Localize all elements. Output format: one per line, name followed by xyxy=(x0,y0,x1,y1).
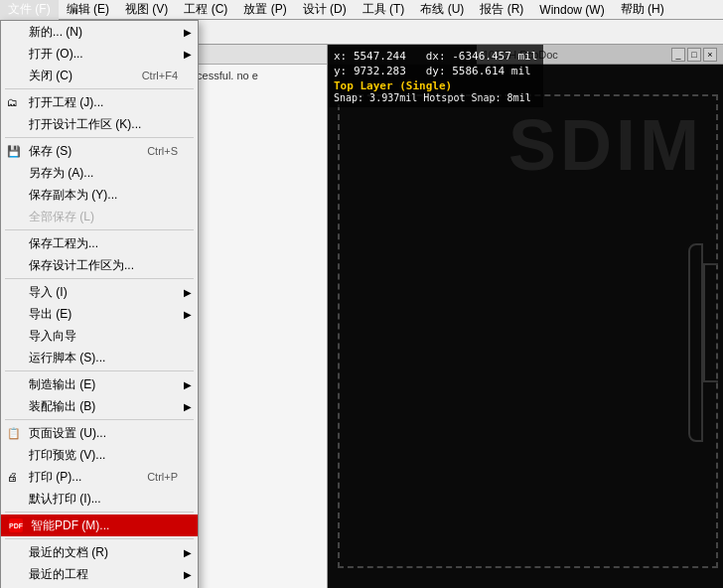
menu-sep6 xyxy=(5,419,194,420)
pcb-window-controls: _ □ × xyxy=(671,48,717,62)
menu-sep1 xyxy=(5,88,194,89)
menu-item-save-workspace[interactable]: 保存设计工作区为... xyxy=(1,254,198,276)
pcb-coord-y: y: 9732.283 dy: 5586.614 mil xyxy=(334,64,537,78)
pcb-info-overlay: x: 5547.244 dx: -6346.457 mil y: 9732.28… xyxy=(328,45,543,107)
menu-sep3 xyxy=(5,229,194,230)
menu-sep8 xyxy=(5,538,194,539)
page-setup-icon: 📋 xyxy=(7,427,21,440)
menu-route[interactable]: 布线 (U) xyxy=(412,0,472,20)
menu-item-run-script[interactable]: 运行脚本 (S)... xyxy=(1,347,198,368)
menu-item-export[interactable]: 导出 (E) ▶ xyxy=(1,303,198,325)
menu-item-import-wizard[interactable]: 导入向导 xyxy=(1,325,198,347)
submenu-arrow-new: ▶ xyxy=(184,27,192,38)
submenu-arrow-import: ▶ xyxy=(184,287,192,298)
shortcut-save: Ctrl+S xyxy=(147,145,178,157)
pcb-snap-label: Snap: 3.937mil Hotspot Snap: 8mil xyxy=(334,92,537,103)
pcb-minimize-btn[interactable]: _ xyxy=(671,48,685,62)
menu-item-save-as[interactable]: 另存为 (A)... xyxy=(1,162,198,184)
menu-item-save-copy[interactable]: 保存副本为 (Y)... xyxy=(1,184,198,206)
submenu-arrow-open: ▶ xyxy=(184,49,192,60)
print-icon: 🖨 xyxy=(7,471,18,483)
menu-item-import[interactable]: 导入 (I) ▶ xyxy=(1,281,198,303)
menu-item-close[interactable]: 关闭 (C) Ctrl+F4 xyxy=(1,65,198,86)
submenu-arrow-recent-docs: ▶ xyxy=(184,547,192,558)
submenu-arrow-export: ▶ xyxy=(184,309,192,320)
menu-item-recent-docs[interactable]: 最近的文档 (R) ▶ xyxy=(1,541,198,563)
shortcut-print: Ctrl+P xyxy=(147,471,178,483)
menu-item-save-all: 全部保存 (L) xyxy=(1,206,198,227)
menu-item-default-print[interactable]: 默认打印 (I)... xyxy=(1,488,198,510)
file-menu: 新的... (N) ▶ 打开 (O)... ▶ 关闭 (C) Ctrl+F4 🗂… xyxy=(0,20,199,588)
menu-report[interactable]: 报告 (R) xyxy=(472,0,531,20)
smart-pdf-icon: PDF xyxy=(9,518,23,532)
pcb-close-btn[interactable]: × xyxy=(703,48,717,62)
menu-sep5 xyxy=(5,370,194,371)
menu-sep2 xyxy=(5,137,194,138)
menu-item-recent-projects[interactable]: 最近的工程 ▶ xyxy=(1,563,198,585)
menu-view[interactable]: 视图 (V) xyxy=(117,0,176,20)
open-project-icon: 🗂 xyxy=(7,96,18,108)
menu-bar: 文件 (F) 编辑 (E) 视图 (V) 工程 (C) 放置 (P) 设计 (D… xyxy=(0,0,723,20)
pcb-coord-x: x: 5547.244 dx: -6346.457 mil xyxy=(334,49,537,64)
menu-item-fab-output[interactable]: 制造输出 (E) ▶ xyxy=(1,373,198,395)
pcb-trace1 xyxy=(688,243,703,442)
menu-item-open[interactable]: 打开 (O)... ▶ xyxy=(1,43,198,65)
menu-item-asm-output[interactable]: 装配输出 (B) ▶ xyxy=(1,395,198,417)
menu-sep7 xyxy=(5,512,194,513)
menu-item-print-preview[interactable]: 打印预览 (V)... xyxy=(1,444,198,466)
menu-project[interactable]: 工程 (C) xyxy=(176,0,235,20)
menu-item-save-project[interactable]: 保存工程为... xyxy=(1,232,198,254)
menu-edit[interactable]: 编辑 (E) xyxy=(59,0,117,20)
pcb-layer-label: Top Layer (Single) xyxy=(334,79,537,92)
menu-item-new[interactable]: 新的... (N) ▶ xyxy=(1,21,198,43)
menu-design[interactable]: 设计 (D) xyxy=(295,0,355,20)
pcb-canvas[interactable]: SDIM xyxy=(328,65,723,588)
pdf-icon-shape: PDF xyxy=(9,518,23,532)
shortcut-close: Ctrl+F4 xyxy=(142,70,178,81)
log-message: successful. no e xyxy=(180,70,323,81)
pcb-board-border xyxy=(338,94,718,568)
save-icon: 💾 xyxy=(7,145,21,158)
submenu-arrow-asm: ▶ xyxy=(184,401,192,412)
menu-item-save[interactable]: 💾 保存 (S) Ctrl+S xyxy=(1,140,198,162)
pcb-area: 100CH.PcbDoc _ □ × SDIM x: 5547.244 dx: … xyxy=(328,45,723,588)
menu-file[interactable]: 文件 (F) xyxy=(0,0,59,20)
menu-item-print[interactable]: 🖨 打印 (P)... Ctrl+P xyxy=(1,466,198,488)
menu-item-open-project[interactable]: 🗂 打开工程 (J)... xyxy=(1,91,198,113)
menu-item-open-workspace[interactable]: 打开设计工作区 (K)... xyxy=(1,113,198,135)
submenu-arrow-recent-projects: ▶ xyxy=(184,569,192,580)
menu-sep4 xyxy=(5,278,194,279)
menu-item-smart-pdf[interactable]: PDF 智能PDF (M)... xyxy=(1,514,198,536)
menu-tools[interactable]: 工具 (T) xyxy=(355,0,413,20)
pcb-trace2 xyxy=(703,263,718,382)
submenu-arrow-fab: ▶ xyxy=(184,379,192,390)
menu-place[interactable]: 放置 (P) xyxy=(235,0,294,20)
pcb-maximize-btn[interactable]: □ xyxy=(687,48,701,62)
menu-window[interactable]: Window (W) xyxy=(531,1,612,19)
menu-help[interactable]: 帮助 (H) xyxy=(613,0,672,20)
menu-item-page-setup[interactable]: 📋 页面设置 (U)... xyxy=(1,422,198,444)
